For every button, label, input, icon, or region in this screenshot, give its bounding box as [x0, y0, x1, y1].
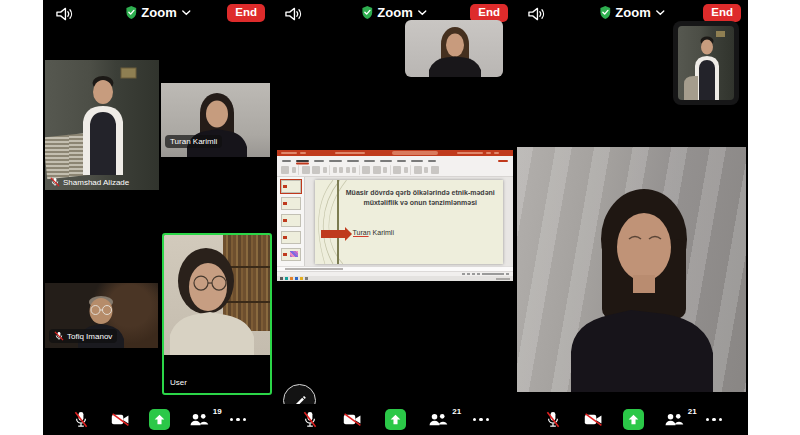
- ppt-slide-thumbnails: [277, 177, 305, 266]
- participant-name-label: User: [170, 378, 187, 387]
- muted-mic-icon: [50, 177, 60, 187]
- share-screen-icon: [149, 409, 170, 430]
- meeting-top-bar: Zoom End: [43, 0, 272, 28]
- speaker-icon[interactable]: [285, 6, 302, 22]
- share-screen-icon: [385, 409, 406, 430]
- participants-icon: [428, 412, 448, 427]
- slide-author: Turan Karimli: [353, 229, 394, 238]
- meeting-title: Zoom: [141, 5, 176, 20]
- participant-name-label: Turan Karimli: [165, 135, 222, 148]
- speaker-video: [517, 147, 746, 392]
- meeting-toolbar: 21: [272, 404, 515, 435]
- start-video-button[interactable]: [341, 408, 365, 432]
- unmute-audio-button[interactable]: [298, 408, 322, 432]
- current-slide: Müasir dövrdə qərb ölkələrində etnik-məd…: [315, 180, 503, 264]
- unmute-audio-button[interactable]: [541, 408, 565, 432]
- participants-button[interactable]: 19: [187, 408, 211, 432]
- participants-button[interactable]: 21: [662, 408, 686, 432]
- more-options-button[interactable]: [226, 408, 250, 432]
- meeting-title-dropdown[interactable]: Zoom: [124, 5, 190, 20]
- participant-video: [45, 60, 159, 175]
- meeting-toolbar: 21: [515, 404, 748, 435]
- video-tile-turan[interactable]: Turan Karimli: [161, 83, 270, 157]
- end-meeting-button[interactable]: End: [227, 4, 265, 22]
- participant-count: 19: [213, 407, 222, 416]
- zoom-panel-active-speaker-view: Zoom End: [515, 0, 748, 435]
- participants-button[interactable]: 21: [426, 408, 450, 432]
- ellipsis-icon: [473, 418, 490, 422]
- meeting-title: Zoom: [615, 5, 650, 20]
- participant-name-label: Tofiq Imanov: [49, 329, 117, 343]
- more-options-button[interactable]: [702, 408, 726, 432]
- ellipsis-icon: [706, 418, 723, 422]
- slide-arrow-shape: [321, 230, 345, 238]
- ppt-taskbar: [277, 276, 513, 281]
- composite-screenshot: Zoom End Shamshad Alizade: [0, 0, 800, 435]
- participant-name-label: Shamshad Alizade: [50, 177, 129, 187]
- start-video-button[interactable]: [581, 408, 605, 432]
- encryption-shield-icon: [124, 5, 137, 20]
- video-tile-user-active-speaker[interactable]: User: [162, 233, 272, 395]
- self-video: [678, 26, 734, 100]
- participants-icon: [664, 412, 684, 427]
- start-video-button[interactable]: [108, 408, 132, 432]
- mic-muted-icon: [302, 411, 318, 428]
- meeting-title-dropdown[interactable]: Zoom: [360, 5, 426, 20]
- ppt-ribbon: [277, 156, 513, 177]
- share-content-button[interactable]: [622, 408, 646, 432]
- end-meeting-button[interactable]: End: [470, 4, 508, 22]
- share-content-button[interactable]: [384, 408, 408, 432]
- meeting-title: Zoom: [377, 5, 412, 20]
- participant-video: [164, 235, 270, 355]
- ellipsis-icon: [230, 418, 247, 422]
- more-options-button[interactable]: [469, 408, 493, 432]
- shared-screen-powerpoint[interactable]: Müasir dövrdə qərb ölkələrində etnik-məd…: [277, 150, 513, 281]
- self-view-thumbnail[interactable]: [673, 21, 739, 105]
- share-screen-icon: [623, 409, 644, 430]
- chevron-down-icon: [656, 10, 665, 16]
- slide-thumbnail-2: [281, 197, 301, 210]
- encryption-shield-icon: [360, 5, 373, 20]
- zoom-panel-screen-share-view: Zoom End: [272, 0, 515, 435]
- participant-count: 21: [452, 407, 461, 416]
- zoom-panel-gallery-view: Zoom End Shamshad Alizade: [43, 0, 272, 435]
- slide-title: Müasir dövrdə qərb ölkələrində etnik-məd…: [345, 188, 495, 210]
- unmute-audio-button[interactable]: [69, 408, 93, 432]
- end-meeting-button[interactable]: End: [703, 4, 741, 22]
- camera-muted-icon: [343, 412, 362, 427]
- camera-muted-icon: [111, 412, 130, 427]
- encryption-shield-icon: [598, 5, 611, 20]
- speaker-video: [405, 20, 503, 77]
- share-content-button[interactable]: [148, 408, 172, 432]
- chevron-down-icon: [182, 10, 191, 16]
- camera-muted-icon: [584, 412, 603, 427]
- speaker-icon[interactable]: [528, 6, 545, 22]
- speaker-icon[interactable]: [56, 6, 73, 22]
- slide-thumbnail-5: [281, 248, 301, 261]
- speaker-thumbnail[interactable]: [405, 20, 503, 77]
- meeting-title-dropdown[interactable]: Zoom: [598, 5, 664, 20]
- slide-accent-bar: [337, 180, 339, 264]
- participant-count: 21: [688, 407, 697, 416]
- video-tile-tofiq[interactable]: Tofiq Imanov: [45, 283, 158, 348]
- mic-muted-icon: [545, 411, 561, 428]
- slide-thumbnail-4: [281, 231, 301, 244]
- active-speaker-video[interactable]: [517, 147, 746, 392]
- chevron-down-icon: [418, 10, 427, 16]
- slide-thumbnail-1: [281, 180, 301, 193]
- video-tile-shamshad[interactable]: Shamshad Alizade: [45, 60, 159, 190]
- muted-mic-icon: [54, 331, 64, 341]
- participants-icon: [189, 412, 209, 427]
- mic-muted-icon: [73, 411, 89, 428]
- slide-thumbnail-3: [281, 214, 301, 227]
- ppt-slide-canvas: Müasir dövrdə qərb ölkələrində etnik-məd…: [305, 177, 513, 266]
- meeting-toolbar: 19: [43, 404, 272, 435]
